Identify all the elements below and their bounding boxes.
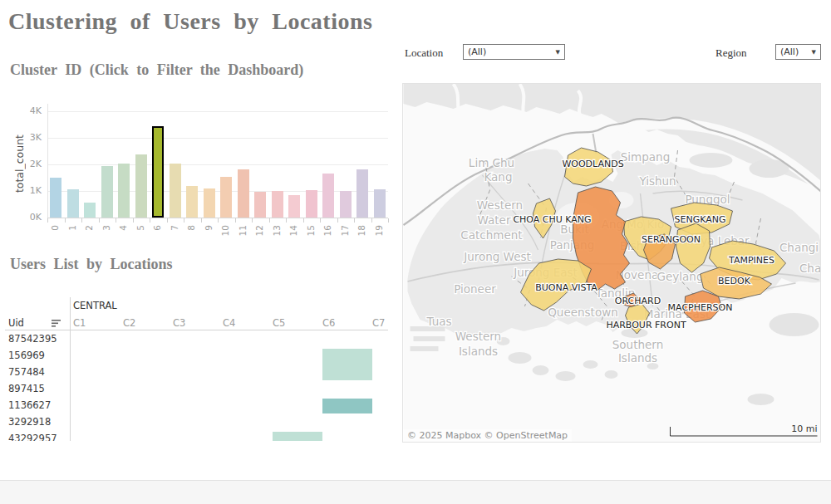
region-filter-value: (All) (780, 46, 809, 57)
table-highlight-cell-C6[interactable] (322, 399, 372, 413)
location-filter-value: (All) (468, 46, 553, 57)
bar-cluster-8[interactable] (186, 186, 198, 218)
map-place-label: Kang (484, 170, 512, 183)
x-axis-tick (150, 218, 150, 223)
x-tick-18: 18 (356, 225, 366, 236)
x-tick-1: 1 (67, 225, 77, 231)
bar-cluster-14[interactable] (288, 195, 300, 218)
map-place-label: Simpang (621, 150, 670, 164)
sort-descending-icon[interactable] (52, 319, 62, 328)
table-highlight-cell-C6[interactable] (322, 349, 372, 380)
map-region-label-text: WOODLANDS (562, 159, 623, 169)
map-region-label-text: MACPHERSON (668, 302, 733, 313)
x-axis-tick (252, 218, 253, 223)
map-place-label: Catchment (460, 228, 522, 242)
x-axis-tick (218, 218, 219, 223)
table-row-uid: 757484 (8, 364, 45, 380)
x-tick-6: 6 (152, 225, 162, 231)
bar-cluster-13[interactable] (272, 191, 283, 218)
bar-cluster-3[interactable] (101, 166, 113, 218)
table-row-uid: 1136627 (8, 397, 51, 413)
map-place-label: Queenstown (548, 306, 618, 319)
x-axis-tick (371, 218, 372, 223)
map-place-label: Jurong West (463, 250, 531, 263)
y-tick-0K: 0K (17, 212, 42, 223)
bar-cluster-7[interactable] (170, 164, 181, 218)
bar-cluster-1[interactable] (67, 189, 79, 218)
x-tick-10: 10 (220, 225, 230, 236)
table-group-header: CENTRAL (73, 300, 117, 311)
x-axis-tick (354, 218, 355, 223)
map-attribution[interactable]: © 2025 Mapbox © OpenStreetMap (403, 429, 572, 442)
chevron-down-icon: ▼ (556, 49, 560, 56)
bar-cluster-11[interactable] (238, 169, 249, 218)
singapore-map[interactable]: Lim ChuKangSimpangYishunPunggolWesternWa… (403, 84, 821, 443)
table-row-uid: 156969 (8, 347, 45, 364)
map-place-label: Islands (459, 345, 498, 358)
x-tick-12: 12 (254, 225, 264, 236)
map-place-label: Changi (779, 241, 819, 254)
map-region-label-text: TAMPINES (728, 255, 774, 266)
bar-cluster-4[interactable] (118, 164, 130, 218)
bar-cluster-0[interactable] (50, 178, 61, 218)
table-column-header-C5: C5 (273, 317, 285, 329)
gridline-4K (47, 111, 388, 112)
region-filter-label: Region (715, 46, 747, 60)
bar-cluster-5[interactable] (135, 154, 147, 218)
map-place-label: Western (477, 198, 523, 212)
bar-cluster-9[interactable] (204, 188, 215, 218)
region-filter-dropdown[interactable]: (All) ▼ (775, 44, 821, 60)
y-tick-4K: 4K (17, 105, 42, 116)
x-tick-9: 9 (204, 225, 214, 231)
table-highlight-cell-C5[interactable] (273, 432, 322, 441)
chevron-down-icon: ▼ (812, 49, 816, 56)
x-tick-8: 8 (186, 225, 196, 231)
bar-cluster-15[interactable] (306, 190, 317, 218)
cluster-bar-chart: 0K1K2K3K4Ktotal_count5%03%12%26%37%48%51… (0, 0, 399, 249)
bar-cluster-12[interactable] (254, 192, 266, 218)
x-axis-tick (167, 218, 168, 223)
map-place-label: Tuas (425, 315, 451, 328)
x-axis-tick (133, 218, 134, 223)
map-place-label: Southern (612, 338, 663, 351)
bar-cluster-16[interactable] (322, 174, 334, 218)
bar-cluster-17[interactable] (340, 191, 352, 218)
table-row-uid: 3292918 (8, 413, 51, 430)
bar-cluster-18[interactable] (356, 169, 368, 218)
x-tick-19: 19 (374, 225, 384, 236)
table-column-header-C4: C4 (223, 317, 235, 329)
x-tick-11: 11 (238, 225, 248, 236)
bar-cluster-10[interactable] (220, 177, 232, 218)
users-list-title: Users List by Locations (10, 256, 173, 273)
bar-cluster-2[interactable] (84, 203, 96, 218)
map-panel[interactable]: Lim ChuKangSimpangYishunPunggolWesternWa… (402, 83, 821, 443)
bar-cluster-19[interactable] (374, 189, 386, 218)
map-region-label-text: CHOA CHU KANG (513, 214, 591, 225)
bar-cluster-6[interactable] (152, 126, 164, 218)
table-uid-header: Uid (8, 317, 24, 329)
location-filter-dropdown[interactable]: (All) ▼ (463, 44, 565, 60)
y-axis-line (47, 104, 48, 218)
table-column-header-C1: C1 (73, 317, 86, 329)
map-place-label: Yishun (638, 174, 676, 188)
table-column-header-C7: C7 (372, 317, 385, 329)
bottom-toolbar: View on Tableau Public (0, 480, 831, 504)
map-region-label-text: SENGKANG (675, 214, 726, 225)
table-row-uid: 87542395 (8, 330, 57, 347)
x-tick-15: 15 (306, 225, 316, 236)
x-axis-tick (235, 218, 236, 223)
x-axis-tick (269, 218, 270, 223)
gridline-2K (47, 164, 388, 165)
table-column-header-C2: C2 (123, 317, 135, 329)
gridline-3K (47, 138, 388, 139)
x-axis-tick (388, 218, 389, 223)
x-axis-tick (286, 218, 287, 223)
x-axis-tick (81, 218, 82, 223)
x-tick-13: 13 (272, 225, 282, 236)
table-row-uid: 43292957 (8, 430, 57, 441)
map-scale-label: 10 mi (791, 423, 817, 434)
map-place-label: Geylang (657, 270, 704, 283)
x-axis-tick (65, 218, 66, 223)
x-tick-2: 2 (84, 225, 94, 231)
x-tick-0: 0 (50, 225, 60, 231)
